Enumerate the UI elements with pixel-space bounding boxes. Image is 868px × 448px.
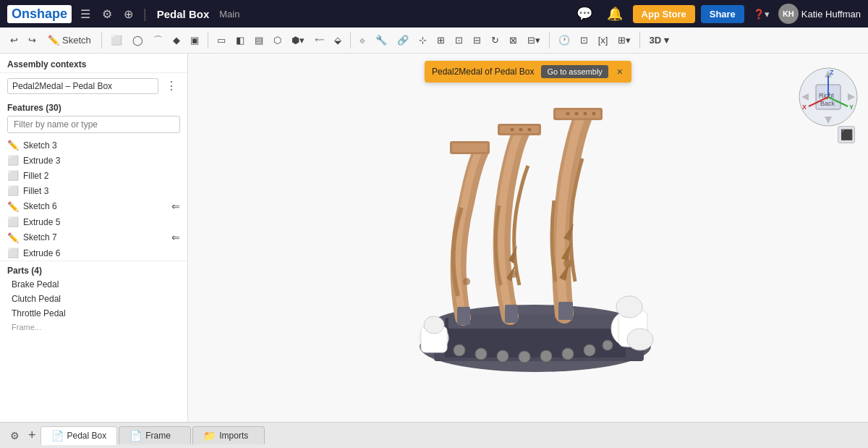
toolbar-btn-25[interactable]: [x] xyxy=(594,33,613,48)
feature-extrude6[interactable]: ⬜ Extrude 6 xyxy=(0,245,187,261)
svg-point-10 xyxy=(562,348,574,360)
redo-button[interactable]: ↪ xyxy=(24,33,41,48)
badge-icon: ⇐ xyxy=(171,232,180,243)
banner-close-button[interactable]: × xyxy=(616,66,624,77)
assembly-context-row: Pedal2Medal – Pedal Box ⋮ xyxy=(0,73,187,98)
feature-fillet2[interactable]: ⬜ Fillet 2 xyxy=(0,168,187,183)
feature-fillet3[interactable]: ⬜ Fillet 3 xyxy=(0,183,187,198)
toolbar-btn-26[interactable]: ⊞▾ xyxy=(613,33,635,48)
assembly-contexts-title: Assembly contexts xyxy=(0,54,187,73)
fillet-icon: ⬜ xyxy=(7,185,19,196)
svg-rect-36 xyxy=(505,305,518,323)
hamburger-menu-button[interactable]: ☰ xyxy=(77,6,93,22)
bell-icon[interactable]: 🔔 xyxy=(603,4,627,23)
context-more-button[interactable]: ⋮ xyxy=(163,77,180,94)
toolbar-btn-3[interactable]: ⌒ xyxy=(149,32,167,49)
assembly-context-select[interactable]: Pedal2Medal – Pedal Box xyxy=(7,78,158,94)
goto-assembly-button[interactable]: Go to assembly xyxy=(541,65,608,78)
svg-point-24 xyxy=(519,127,523,131)
toolbar-btn-5[interactable]: ▣ xyxy=(186,33,203,48)
settings-button[interactable]: ⚙ xyxy=(99,6,115,22)
toolbar-btn-7[interactable]: ◧ xyxy=(231,33,249,48)
toolbar-btn-9[interactable]: ⬡ xyxy=(269,33,286,48)
tab-imports[interactable]: 📁 Imports xyxy=(192,426,265,444)
toolbar-btn-18[interactable]: ⊡ xyxy=(451,33,467,48)
toolbar-btn-13[interactable]: ⟐ xyxy=(355,33,370,48)
svg-point-33 xyxy=(584,111,587,115)
toolbar-btn-16[interactable]: ⊹ xyxy=(414,33,431,48)
toolbar-btn-17[interactable]: ⊞ xyxy=(433,33,449,48)
toolbar-btn-8[interactable]: ▤ xyxy=(250,33,268,48)
toolbar-btn-20[interactable]: ↻ xyxy=(487,33,503,48)
sketch-icon: ✏️ xyxy=(7,232,19,243)
svg-point-9 xyxy=(540,350,552,362)
sketch-button[interactable]: ✏️ Sketch xyxy=(42,33,97,48)
toolbar-btn-4[interactable]: ◆ xyxy=(169,33,184,48)
toolbar-btn-2[interactable]: ◯ xyxy=(128,33,148,48)
chat-icon[interactable]: 💬 xyxy=(572,4,597,23)
feature-sketch7[interactable]: ✏️ Sketch 7 ⇐ xyxy=(0,229,187,245)
model-container xyxy=(188,54,868,422)
toolbar-btn-10[interactable]: ⬢▾ xyxy=(287,33,309,48)
user-menu[interactable]: KH Katie Huffman xyxy=(778,4,861,24)
feature-list: ✏️ Sketch 3 ⬜ Extrude 3 ⬜ Fillet 2 ⬜ Fil… xyxy=(0,138,187,422)
filter-input[interactable] xyxy=(7,116,180,133)
add-feature-button[interactable]: ⊕ xyxy=(121,6,136,22)
toolbar-btn-19[interactable]: ⊟ xyxy=(469,33,485,48)
tab-frame-label: Frame xyxy=(145,431,171,441)
toolbar-btn-21[interactable]: ⊠ xyxy=(505,33,522,48)
tab-imports-icon: 📁 xyxy=(203,430,216,441)
tab-settings-button[interactable]: ⚙ xyxy=(6,428,24,443)
orientation-widget[interactable]: Right Back Z X Y xyxy=(796,64,857,126)
badge-icon: ⇐ xyxy=(171,200,180,212)
toolbar-separator-4 xyxy=(549,33,550,48)
share-button[interactable]: Share xyxy=(701,5,744,23)
svg-text:Y: Y xyxy=(849,103,854,111)
feature-sketch3[interactable]: ✏️ Sketch 3 xyxy=(0,138,187,153)
toolbar-btn-14[interactable]: 🔧 xyxy=(371,33,391,48)
svg-point-11 xyxy=(584,345,595,356)
toolbar-btn-12[interactable]: ⬙ xyxy=(330,33,346,48)
tab-frame[interactable]: 📄 Frame xyxy=(119,426,191,444)
toolbar-btn-11[interactable]: ⬳ xyxy=(310,33,328,48)
feature-sketch6[interactable]: ✏️ Sketch 6 ⇐ xyxy=(0,198,187,214)
sketch-icon: ✏️ xyxy=(48,35,59,46)
tab-pedal-box-label: Pedal Box xyxy=(67,431,107,441)
add-tab-button[interactable]: + xyxy=(24,426,41,444)
cube-icon: ⬛ xyxy=(841,129,853,140)
toolbar-btn-24[interactable]: ⊡ xyxy=(576,33,592,48)
svg-point-40 xyxy=(563,259,572,268)
feature-extrude5[interactable]: ⬜ Extrude 5 xyxy=(0,214,187,229)
toolbar-btn-15[interactable]: 🔗 xyxy=(393,33,413,48)
svg-point-23 xyxy=(511,127,514,131)
fillet-icon: ⬜ xyxy=(7,170,19,181)
app-store-button[interactable]: App Store xyxy=(633,5,695,23)
3d-model-view xyxy=(340,72,716,405)
features-header: Features (30) xyxy=(0,98,187,116)
view-preset-button[interactable]: ⬛ xyxy=(838,126,855,143)
tab-pedal-box[interactable]: 📄 Pedal Box xyxy=(41,426,118,445)
toolbar-btn-22[interactable]: ⊟▾ xyxy=(523,33,545,48)
svg-rect-37 xyxy=(558,302,573,320)
feature-name: Sketch 3 xyxy=(23,140,180,151)
nav-separator: | xyxy=(143,7,147,22)
onshape-logo[interactable]: Onshape xyxy=(7,5,72,23)
part-frame[interactable]: Frame... xyxy=(0,321,187,334)
help-button[interactable]: ❓▾ xyxy=(750,7,773,21)
svg-text:Back: Back xyxy=(820,100,835,107)
canvas-area[interactable]: Pedal2Medal of Pedal Box Go to assembly … xyxy=(188,54,868,422)
toolbar-btn-1[interactable]: ⬜ xyxy=(106,33,127,48)
feature-name: Extrude 6 xyxy=(23,248,180,258)
part-brake-pedal[interactable]: Brake Pedal xyxy=(0,277,187,292)
tab-frame-icon: 📄 xyxy=(129,430,142,441)
feature-extrude3[interactable]: ⬜ Extrude 3 xyxy=(0,153,187,168)
extrude-icon: ⬜ xyxy=(7,248,19,258)
toolbar-btn-6[interactable]: ▭ xyxy=(213,33,230,48)
toolbar-btn-23[interactable]: 🕐 xyxy=(554,33,574,48)
undo-button[interactable]: ↩ xyxy=(6,33,22,48)
view-3d-button[interactable]: 3D ▾ xyxy=(644,33,673,48)
part-clutch-pedal[interactable]: Clutch Pedal xyxy=(0,292,187,306)
view-cube-svg[interactable]: Right Back Z X Y xyxy=(796,64,861,130)
part-throttle-pedal[interactable]: Throttle Pedal xyxy=(0,306,187,321)
toolbar-separator-5 xyxy=(639,33,640,48)
